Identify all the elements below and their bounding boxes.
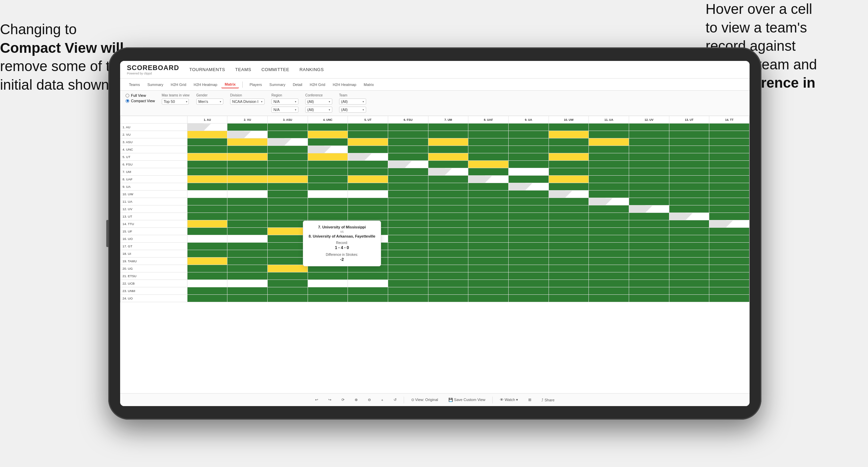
matrix-cell[interactable] — [428, 287, 468, 295]
matrix-cell[interactable] — [468, 183, 509, 191]
tab-teams[interactable]: Teams — [126, 81, 143, 88]
matrix-cell[interactable] — [509, 280, 549, 287]
matrix-cell[interactable] — [388, 138, 428, 146]
matrix-cell[interactable] — [268, 168, 308, 176]
matrix-cell[interactable] — [268, 131, 308, 138]
matrix-cell[interactable] — [308, 161, 348, 168]
matrix-cell[interactable] — [388, 213, 428, 220]
matrix-cell[interactable] — [669, 228, 709, 235]
matrix-cell[interactable] — [468, 272, 509, 280]
matrix-cell[interactable] — [589, 258, 629, 265]
matrix-cell[interactable] — [268, 220, 308, 228]
matrix-cell[interactable] — [388, 146, 428, 153]
matrix-cell[interactable] — [468, 235, 509, 243]
matrix-cell[interactable] — [709, 168, 750, 176]
matrix-cell[interactable] — [348, 168, 388, 176]
matrix-cell[interactable] — [589, 287, 629, 295]
matrix-cell[interactable] — [227, 191, 268, 198]
matrix-cell[interactable] — [669, 265, 709, 272]
matrix-cell[interactable] — [428, 183, 468, 191]
matrix-cell[interactable] — [669, 205, 709, 213]
filter-team-select1[interactable]: (All) — [339, 98, 366, 105]
matrix-cell[interactable] — [549, 131, 589, 138]
matrix-cell[interactable] — [428, 258, 468, 265]
matrix-cell[interactable] — [669, 220, 709, 228]
matrix-cell[interactable] — [308, 124, 348, 131]
matrix-cell[interactable] — [187, 168, 227, 176]
filter-conference-select2[interactable]: (All) — [305, 107, 332, 113]
matrix-cell[interactable] — [187, 198, 227, 205]
matrix-cell[interactable] — [629, 295, 669, 302]
matrix-cell[interactable] — [308, 131, 348, 138]
tab-h2h-grid-left[interactable]: H2H Grid — [167, 81, 190, 88]
matrix-cell[interactable] — [509, 176, 549, 183]
matrix-cell[interactable] — [428, 265, 468, 272]
matrix-cell[interactable] — [227, 235, 268, 243]
matrix-cell[interactable] — [509, 183, 549, 191]
matrix-cell[interactable] — [629, 176, 669, 183]
matrix-cell[interactable] — [428, 176, 468, 183]
matrix-cell[interactable] — [629, 250, 669, 258]
matrix-cell[interactable] — [549, 295, 589, 302]
matrix-cell[interactable] — [509, 295, 549, 302]
matrix-cell[interactable] — [348, 138, 388, 146]
matrix-cell[interactable] — [549, 205, 589, 213]
matrix-cell[interactable] — [227, 138, 268, 146]
matrix-cell[interactable] — [509, 243, 549, 250]
matrix-cell[interactable] — [549, 213, 589, 220]
matrix-cell[interactable] — [268, 243, 308, 250]
matrix-cell[interactable] — [509, 235, 549, 243]
matrix-cell[interactable] — [629, 191, 669, 198]
matrix-cell[interactable] — [509, 205, 549, 213]
tab-h2h-grid-right[interactable]: H2H Grid — [306, 81, 329, 88]
matrix-cell[interactable] — [709, 258, 750, 265]
matrix-cell[interactable] — [709, 176, 750, 183]
matrix-cell[interactable] — [629, 205, 669, 213]
matrix-cell[interactable] — [549, 258, 589, 265]
matrix-cell[interactable] — [629, 258, 669, 265]
matrix-cell[interactable] — [187, 191, 227, 198]
matrix-cell[interactable] — [589, 295, 629, 302]
matrix-cell[interactable] — [187, 138, 227, 146]
matrix-cell[interactable] — [589, 205, 629, 213]
matrix-cell[interactable] — [669, 295, 709, 302]
add-btn[interactable]: + — [378, 397, 386, 403]
matrix-cell[interactable] — [629, 220, 669, 228]
filter-conference-select1[interactable]: (All) — [305, 98, 332, 105]
matrix-cell[interactable] — [187, 153, 227, 161]
matrix-cell[interactable] — [308, 287, 348, 295]
matrix-cell[interactable] — [388, 235, 428, 243]
matrix-cell[interactable] — [589, 183, 629, 191]
matrix-cell[interactable] — [227, 168, 268, 176]
matrix-cell[interactable] — [549, 272, 589, 280]
matrix-cell[interactable] — [669, 198, 709, 205]
matrix-cell[interactable] — [428, 205, 468, 213]
matrix-cell[interactable] — [709, 146, 750, 153]
matrix-cell[interactable] — [388, 220, 428, 228]
matrix-cell[interactable] — [348, 131, 388, 138]
filter-max-teams-select[interactable]: Top 50 — [162, 98, 189, 105]
matrix-cell[interactable] — [227, 250, 268, 258]
matrix-cell[interactable] — [187, 280, 227, 287]
matrix-cell[interactable] — [348, 146, 388, 153]
matrix-cell[interactable] — [709, 295, 750, 302]
undo-btn[interactable]: ↩ — [312, 396, 321, 403]
matrix-cell[interactable] — [629, 124, 669, 131]
matrix-cell[interactable] — [589, 131, 629, 138]
matrix-cell[interactable] — [388, 153, 428, 161]
matrix-cell[interactable] — [509, 131, 549, 138]
matrix-cell[interactable] — [268, 250, 308, 258]
tab-h2h-heatmap-right[interactable]: H2H Heatmap — [329, 81, 360, 88]
matrix-cell[interactable] — [549, 138, 589, 146]
matrix-cell[interactable] — [509, 191, 549, 198]
matrix-cell[interactable] — [308, 213, 348, 220]
share-btn[interactable]: ⤴ Share — [538, 397, 557, 403]
matrix-cell[interactable] — [308, 198, 348, 205]
matrix-cell[interactable] — [468, 228, 509, 235]
matrix-cell[interactable] — [428, 198, 468, 205]
matrix-cell[interactable] — [669, 176, 709, 183]
filter-gender-select[interactable]: Men's — [196, 98, 223, 105]
matrix-cell[interactable] — [187, 228, 227, 235]
matrix-cell[interactable] — [227, 176, 268, 183]
matrix-cell[interactable] — [669, 138, 709, 146]
